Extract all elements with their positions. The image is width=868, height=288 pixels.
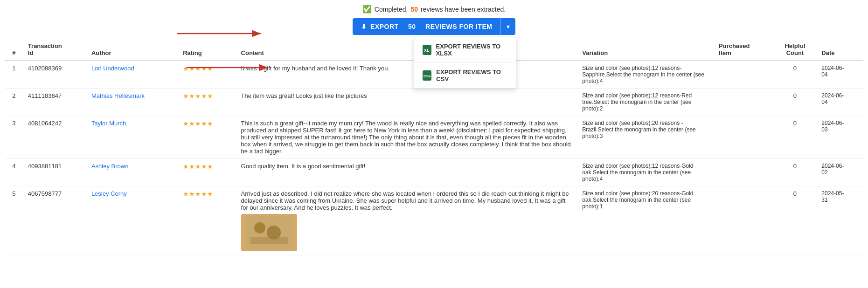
export-csv-item[interactable]: CSV EXPORT REVIEWS TO CSV	[414, 63, 516, 88]
cell-num: 3	[5, 116, 23, 159]
cell-variation: Size and color (see photos):12 reasons-G…	[577, 159, 714, 186]
status-count: 50	[410, 6, 418, 13]
col-header-author: Author	[87, 39, 178, 61]
col-header-content: Content	[236, 39, 578, 61]
stars: ★★★★★	[183, 190, 213, 198]
cell-content: Arrived just as described. I did not rea…	[236, 186, 578, 255]
cell-rating: ★★★★★	[178, 186, 236, 255]
cell-rating: ★★★★★	[178, 159, 236, 186]
cell-purchased-item	[714, 89, 773, 116]
col-header-num: #	[5, 39, 23, 61]
export-button[interactable]: ⬇ EXPORT 50 REVIEWS FOR ITEM	[353, 18, 501, 35]
cell-content: The item was great! Looks just like the …	[236, 89, 578, 116]
cell-content: It was a gift for my husband and he love…	[236, 61, 578, 89]
export-btn-count: 50	[408, 23, 416, 30]
cell-rating: ★★★★★	[178, 89, 236, 116]
cell-rating: ★★★★★	[178, 61, 236, 89]
cell-rating: ★★★★★	[178, 116, 236, 159]
cell-date: 2024-06-04	[817, 61, 863, 89]
cell-num: 4	[5, 159, 23, 186]
table-row: 5 4067598777 Lesley Cerny ★★★★★ Arrived …	[5, 186, 863, 255]
col-header-variation: Variation	[577, 39, 714, 61]
table-row: 3 4081064242 Taylor Murch ★★★★★ This is …	[5, 116, 863, 159]
svg-point-7	[254, 222, 265, 233]
status-message: ✅ Completed. 50 reviews have been extrac…	[362, 5, 506, 14]
svg-text:XL: XL	[424, 48, 430, 53]
status-prefix: Completed.	[375, 6, 408, 13]
export-label-suffix: REVIEWS FOR ITEM	[425, 23, 492, 30]
export-btn-container: ⬇ EXPORT 50 REVIEWS FOR ITEM ▾ XL EXPORT…	[353, 18, 516, 35]
stars: ★★★★★	[183, 92, 213, 100]
cell-date: 2024-06-02	[817, 159, 863, 186]
cell-content: Good quality item. It is a good sentimen…	[236, 159, 578, 186]
cell-helpful-count: 0	[773, 186, 817, 255]
xlsx-icon: XL	[423, 45, 431, 55]
cell-helpful-count: 0	[773, 61, 817, 89]
cell-purchased-item	[714, 61, 773, 89]
stars: ★★★★★	[183, 163, 213, 170]
cell-date: 2024-06-04	[817, 89, 863, 116]
cell-num: 5	[5, 186, 23, 255]
cell-author: Lori Underwood	[87, 61, 178, 89]
export-csv-label: EXPORT REVIEWS TO CSV	[436, 69, 507, 82]
export-xlsx-label: EXPORT REVIEWS TO XLSX	[436, 43, 507, 57]
cell-purchased-item	[714, 186, 773, 255]
cell-date: 2024-05-31	[817, 186, 863, 255]
status-suffix: reviews have been extracted.	[421, 6, 506, 13]
cell-author: Lesley Cerny	[87, 186, 178, 255]
cell-helpful-count: 0	[773, 116, 817, 159]
cell-content: This is such a great gift--it made my mu…	[236, 116, 578, 159]
cell-transaction-id: 4111183847	[23, 89, 87, 116]
cell-author: Mathias Hellesmark	[87, 89, 178, 116]
table-row: 2 4111183847 Mathias Hellesmark ★★★★★ Th…	[5, 89, 863, 116]
cell-purchased-item	[714, 159, 773, 186]
export-dropdown-menu: XL EXPORT REVIEWS TO XLSX CSV EXPORT REV…	[414, 37, 516, 89]
table-row: 4 4093881181 Ashley Brown ★★★★★ Good qua…	[5, 159, 863, 186]
cell-variation: Size and color (see photos):12 reasons-S…	[577, 61, 714, 89]
cell-date: 2024-06-03	[817, 116, 863, 159]
col-header-rating: Rating	[178, 39, 236, 61]
export-label-prefix: EXPORT	[370, 23, 399, 30]
check-icon: ✅	[362, 5, 372, 14]
cell-variation: Size and color (see photos):20 reasons-G…	[577, 186, 714, 255]
cell-num: 1	[5, 61, 23, 89]
download-icon: ⬇	[361, 23, 367, 30]
cell-num: 2	[5, 89, 23, 116]
stars: ★★★★★	[183, 120, 213, 127]
export-dropdown-caret[interactable]: ▾	[500, 18, 515, 35]
svg-rect-9	[250, 237, 288, 244]
review-image	[241, 214, 297, 251]
cell-author: Ashley Brown	[87, 159, 178, 186]
cell-purchased-item	[714, 116, 773, 159]
svg-text:CSV: CSV	[424, 74, 431, 78]
cell-transaction-id: 4067598777	[23, 186, 87, 255]
cell-transaction-id: 4102088369	[23, 61, 87, 89]
stars: ★★★★★	[183, 65, 213, 72]
col-header-helpful-count: HelpfulCount	[773, 39, 817, 61]
col-header-purchased-item: PurchasedItem	[714, 39, 773, 61]
cell-variation: Size and color (see photos):12 reasons-R…	[577, 89, 714, 116]
export-xlsx-item[interactable]: XL EXPORT REVIEWS TO XLSX	[414, 37, 516, 63]
col-header-date: Date	[817, 39, 863, 61]
cell-helpful-count: 0	[773, 89, 817, 116]
cell-transaction-id: 4081064242	[23, 116, 87, 159]
cell-transaction-id: 4093881181	[23, 159, 87, 186]
cell-variation: Size and color (see photos):20 reasons -…	[577, 116, 714, 159]
csv-icon: CSV	[423, 70, 432, 81]
cell-helpful-count: 0	[773, 159, 817, 186]
cell-author: Taylor Murch	[87, 116, 178, 159]
col-header-transaction-id: TransactionId	[23, 39, 87, 61]
